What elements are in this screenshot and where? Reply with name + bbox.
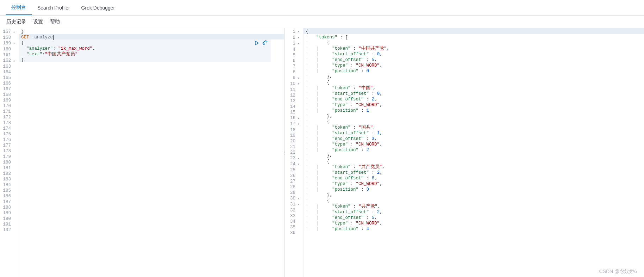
submenu-help[interactable]: 帮助 [50,19,60,25]
request-panel: 157 ▴158159 ▾160161162 ▴1631641651661671… [0,28,285,277]
panels: 157 ▴158159 ▾160161162 ▴1631641651661671… [0,28,644,277]
top-tabs: 控制台 Search Profiler Grok Debugger [0,0,644,16]
request-editor[interactable]: 157 ▴158159 ▾160161162 ▴1631641651661671… [0,28,284,277]
tab-console[interactable]: 控制台 [6,0,32,15]
sub-menu: 历史记录 设置 帮助 [0,16,644,28]
response-viewer[interactable]: 1 ▾2 ▾3 ▾456789 ▴10 ▾111213141516 ▴17 ▾1… [285,28,644,277]
response-panel: 1 ▾2 ▾3 ▾456789 ▴10 ▾111213141516 ▴17 ▾1… [285,28,644,277]
tab-grok-debugger[interactable]: Grok Debugger [76,0,121,15]
submenu-settings[interactable]: 设置 [33,19,43,25]
tab-search-profiler[interactable]: Search Profiler [32,0,76,15]
submenu-history[interactable]: 历史记录 [6,19,26,25]
watermark-text: CSDN @念奴娇6 [599,269,637,275]
